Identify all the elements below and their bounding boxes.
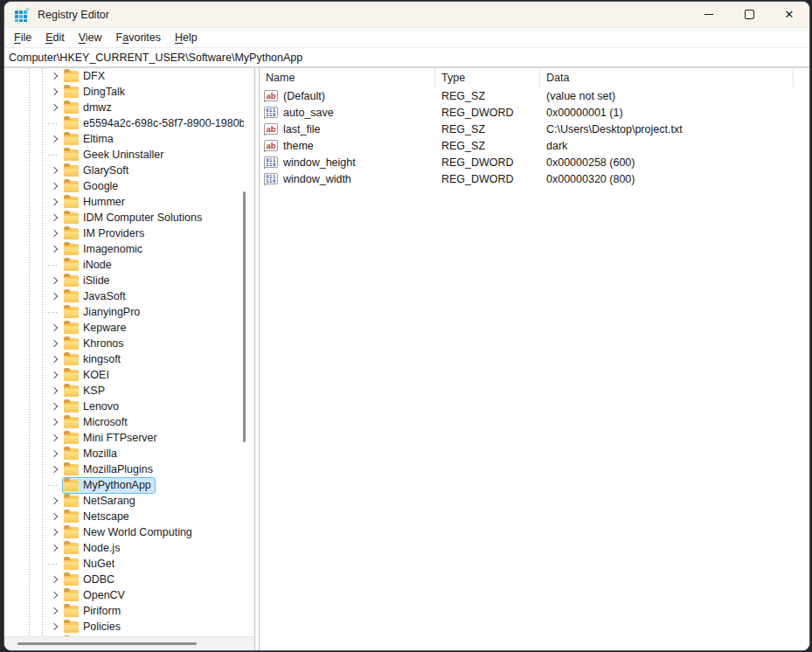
chevron-right-icon[interactable] (48, 624, 62, 629)
tree-item-dmwz[interactable]: dmwz (4, 100, 244, 115)
address-bar[interactable]: Computer\HKEY_CURRENT_USER\Software\MyPy… (4, 47, 809, 68)
chevron-right-icon[interactable] (48, 498, 62, 503)
column-header-data[interactable]: Data (540, 68, 794, 87)
chevron-right-icon[interactable] (48, 435, 62, 440)
tree-item-label: Piriform (83, 605, 121, 617)
menu-item-view[interactable]: View (72, 30, 109, 45)
chevron-right-icon[interactable] (48, 545, 62, 551)
menu-item-help[interactable]: Help (168, 30, 205, 45)
chevron-right-icon[interactable] (48, 577, 62, 582)
tree-item-javasoft[interactable]: JavaSoft (4, 288, 244, 304)
tree-item-idm-computer-solutions[interactable]: IDM Computer Solutions (4, 210, 244, 225)
tree-item-im-providers[interactable]: IM Providers (4, 225, 244, 241)
tree-item-jianyingpro[interactable]: JianyingPro (4, 304, 244, 320)
chevron-right-icon[interactable] (48, 184, 62, 189)
chevron-right-icon[interactable] (48, 404, 62, 409)
registry-tree-panel: DFXDingTalkdmwze5594a2c-698c-58f7-8900-1… (4, 68, 255, 650)
value-row-last-file[interactable]: ablast_fileREG_SZC:\Users\Desktop\projec… (260, 121, 809, 137)
value-row-window-height[interactable]: 011110window_heightREG_DWORD0x00000258 (… (260, 154, 809, 170)
chevron-right-icon[interactable] (48, 136, 62, 142)
tree-item-google[interactable]: Google (4, 178, 244, 194)
tree-item-selection-box: JianyingPro (62, 304, 144, 321)
chevron-right-icon[interactable] (48, 341, 62, 346)
tree-item-mini-ftpserver[interactable]: Mini FTPserver (4, 430, 244, 446)
tree-item-dfx[interactable]: DFX (4, 68, 244, 84)
tree-item-mozillaplugins[interactable]: MozillaPlugins (4, 461, 244, 477)
tree-item-e5594a2c-698c-58f7-8900-1980b13[interactable]: e5594a2c-698c-58f7-8900-1980b13 (4, 115, 244, 131)
maximize-button[interactable] (729, 2, 769, 27)
tree-item-odbc[interactable]: ODBC (4, 572, 244, 587)
chevron-right-icon[interactable] (48, 215, 62, 220)
close-button[interactable]: ✕ (769, 2, 809, 27)
tree-item-ksp[interactable]: KSP (4, 383, 244, 399)
chevron-glyph (51, 293, 58, 300)
folder-icon (64, 558, 79, 570)
tree-item-new-world-computing[interactable]: New World Computing (4, 524, 244, 540)
tree-item-lenovo[interactable]: Lenovo (4, 399, 244, 414)
chevron-right-icon[interactable] (48, 325, 62, 330)
tree-item-imagenomic[interactable]: Imagenomic (4, 241, 244, 257)
menu-item-edit[interactable]: Edit (38, 30, 72, 45)
tree-horizontal-scrollbar-track[interactable] (4, 636, 254, 650)
tree-item-eltima[interactable]: Eltima (4, 131, 244, 147)
chevron-glyph (51, 356, 58, 363)
chevron-right-icon[interactable] (48, 420, 62, 425)
value-row-theme[interactable]: abthemeREG_SZdark (260, 137, 809, 154)
folder-icon (64, 149, 79, 161)
tree-item-opencv[interactable]: OpenCV (4, 587, 244, 603)
tree-item-piriform[interactable]: Piriform (4, 603, 244, 619)
tree-item-glarysoft[interactable]: GlarySoft (4, 163, 244, 178)
menu-item-file[interactable]: File (7, 30, 38, 45)
tree-item-kingsoft[interactable]: kingsoft (4, 351, 244, 367)
tree-item-mozilla[interactable]: Mozilla (4, 446, 244, 461)
tree-vertical-scrollbar[interactable] (243, 191, 246, 442)
chevron-glyph (51, 277, 58, 284)
tree-item-mypythonapp[interactable]: MyPythonApp (4, 477, 244, 493)
chevron-right-icon[interactable] (48, 357, 62, 362)
tree-item-hummer[interactable]: Hummer (4, 194, 244, 210)
tree-item-nuget[interactable]: NuGet (4, 556, 244, 572)
chevron-right-icon[interactable] (48, 73, 62, 79)
tree-item-netsarang[interactable]: NetSarang (4, 493, 244, 509)
chevron-right-icon[interactable] (48, 514, 62, 519)
folder-icon (64, 291, 79, 302)
chevron-right-icon[interactable] (48, 89, 62, 94)
tree-horizontal-scrollbar-thumb[interactable] (17, 642, 197, 645)
tree-item-geek-uninstaller[interactable]: Geek Uninstaller (4, 147, 244, 163)
tree-item-khronos[interactable]: Khronos (4, 336, 244, 351)
chevron-right-icon[interactable] (48, 530, 62, 535)
chevron-right-icon[interactable] (48, 608, 62, 614)
tree-item-inode[interactable]: iNode (4, 257, 244, 273)
column-header-name[interactable]: Name (260, 68, 435, 87)
tree-item-netscape[interactable]: Netscape (4, 509, 244, 524)
chevron-right-icon[interactable] (48, 199, 62, 205)
tree-item-node-js[interactable]: Node.js (4, 540, 244, 556)
chevron-right-icon[interactable] (48, 231, 62, 236)
chevron-right-icon[interactable] (48, 388, 62, 393)
value-row-auto-save[interactable]: 011110auto_saveREG_DWORD0x00000001 (1) (260, 104, 809, 121)
chevron-right-icon[interactable] (48, 246, 62, 252)
folder-icon (64, 606, 79, 617)
tree-item-kepware[interactable]: Kepware (4, 320, 244, 336)
chevron-right-icon[interactable] (48, 278, 62, 283)
tree-item-dingtalk[interactable]: DingTalk (4, 84, 244, 100)
value-row--default-[interactable]: ab(Default)REG_SZ(value not set) (260, 87, 809, 104)
chevron-right-icon[interactable] (48, 168, 62, 173)
folder-icon (64, 134, 79, 145)
tree-item-label: Microsoft (83, 416, 128, 428)
value-row-window-width[interactable]: 011110window_widthREG_DWORD0x00000320 (8… (260, 170, 809, 187)
folder-icon (64, 165, 79, 177)
tree-item-koei[interactable]: KOEI (4, 367, 244, 383)
menu-item-favorites[interactable]: Favorites (109, 30, 168, 45)
column-header-type[interactable]: Type (435, 68, 540, 87)
minimize-button[interactable] (689, 2, 729, 27)
tree-item-policies[interactable]: Policies (4, 619, 244, 635)
tree-item-islide[interactable]: iSlide (4, 273, 244, 288)
chevron-right-icon[interactable] (48, 451, 62, 456)
tree-item-microsoft[interactable]: Microsoft (4, 414, 244, 430)
chevron-right-icon[interactable] (48, 294, 62, 299)
chevron-right-icon[interactable] (48, 105, 62, 110)
chevron-right-icon[interactable] (48, 467, 62, 472)
chevron-right-icon[interactable] (48, 372, 62, 378)
chevron-right-icon[interactable] (48, 593, 62, 598)
